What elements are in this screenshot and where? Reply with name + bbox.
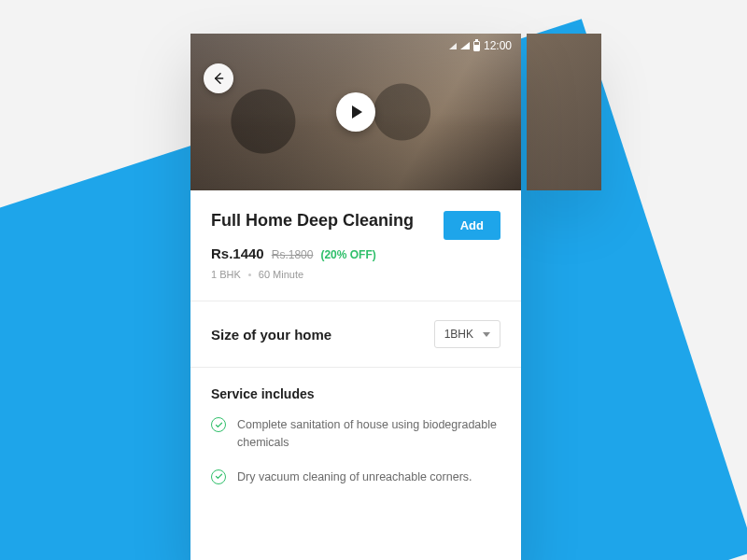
size-section: Size of your home 1BHK: [190, 301, 521, 367]
discount-badge: (20% OFF): [320, 248, 375, 261]
phone-screen: 12:00 Full Home Deep Cleaning Add Rs.144…: [190, 34, 521, 560]
back-button[interactable]: [204, 63, 233, 93]
price-row: Rs.1440 Rs.1800 (20% OFF): [211, 245, 500, 261]
check-circle-icon: [211, 469, 226, 484]
status-bar: 12:00: [449, 39, 512, 52]
include-text: Dry vacuum cleaning of unreachable corne…: [237, 469, 472, 486]
battery-icon: [473, 41, 480, 51]
include-text: Complete sanitation of house using biode…: [237, 416, 500, 452]
service-header: Full Home Deep Cleaning Add Rs.1440 Rs.1…: [190, 190, 521, 301]
meta-separator: [248, 273, 251, 276]
service-meta: 1 BHK 60 Minute: [211, 269, 500, 280]
size-selected-value: 1BHK: [444, 328, 473, 341]
add-button[interactable]: Add: [444, 211, 500, 240]
current-price: Rs.1440: [211, 245, 264, 261]
includes-section: Service includes Complete sanitation of …: [190, 368, 521, 521]
size-label: Size of your home: [211, 327, 331, 343]
check-circle-icon: [211, 417, 226, 432]
original-price: Rs.1800: [272, 248, 314, 261]
list-item: Complete sanitation of house using biode…: [211, 416, 500, 452]
signal-icon: [449, 43, 457, 49]
status-time: 12:00: [484, 39, 512, 52]
size-select[interactable]: 1BHK: [434, 320, 500, 348]
includes-title: Service includes: [211, 386, 500, 401]
play-button[interactable]: [336, 92, 375, 132]
service-title: Full Home Deep Cleaning: [211, 211, 414, 231]
hero-image: 12:00: [190, 34, 521, 190]
arrow-left-icon: [211, 71, 226, 86]
adjacent-card-preview: [527, 34, 601, 190]
meta-bhk: 1 BHK: [211, 269, 241, 280]
chevron-down-icon: [483, 332, 490, 337]
list-item: Dry vacuum cleaning of unreachable corne…: [211, 469, 500, 486]
wifi-icon: [460, 42, 470, 49]
meta-duration: 60 Minute: [259, 269, 303, 280]
